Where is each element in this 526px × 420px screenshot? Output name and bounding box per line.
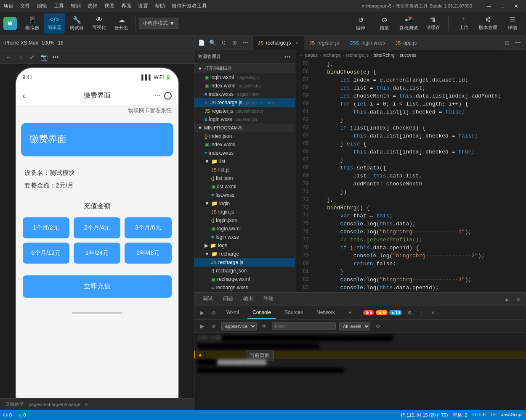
recharge-btn-1m[interactable]: 1个月/2元 <box>23 217 69 238</box>
code-area[interactable]: 55 },56 bindChoose(e) {57 let index = e.… <box>295 60 526 292</box>
menu-item-edit[interactable]: 编辑 <box>37 3 47 10</box>
menu-item-goto[interactable]: 转到 <box>71 3 81 10</box>
phone-home-btn[interactable]: ⌂ <box>15 52 25 62</box>
stop-btn[interactable]: ⊘ <box>210 309 218 317</box>
file-list-js[interactable]: JS list.js <box>194 166 295 174</box>
console-tab-output[interactable]: 输出 <box>238 293 258 306</box>
minimize-button[interactable]: ─ <box>482 0 496 12</box>
console-block-icon[interactable]: ⊘ <box>210 322 218 330</box>
open-file-index-wxml[interactable]: ▣ index.wxml pages\index <box>194 82 295 90</box>
file-tree-dots-btn[interactable]: ••• <box>241 38 250 47</box>
devtools-tab-console[interactable]: Console <box>247 307 276 319</box>
file-login-js[interactable]: JS login.js <box>194 208 295 216</box>
open-file-index-wxss[interactable]: ≡ index.wxss pages\index <box>194 90 295 98</box>
file-index-wxml[interactable]: ▣ index.wxml <box>194 140 295 149</box>
phone-nav-back[interactable]: ‹ <box>23 91 26 100</box>
open-editors-section[interactable]: ▼ 打开的编辑器 <box>194 63 295 73</box>
breadcrumb-pages[interactable]: pages <box>305 53 318 58</box>
console-up-btn[interactable]: ▲ <box>502 295 511 304</box>
phone-back-btn[interactable]: ← <box>3 52 13 62</box>
console-tab-problems[interactable]: 问题 <box>218 293 238 306</box>
file-list-wxml[interactable]: ▣ list.wxml <box>194 182 295 191</box>
folder-login[interactable]: ▼ 📁 login <box>194 199 295 208</box>
menu-item-wechat-devtools[interactable]: 微信开发者工具 <box>172 3 207 10</box>
version-button[interactable]: ⑆ 版本管理 <box>477 13 499 34</box>
recharge-btn-2m[interactable]: 2个月/4元 <box>74 217 120 238</box>
console-tab-terminal[interactable]: 终端 <box>258 293 279 306</box>
devtools-close-btn[interactable]: ✕ <box>429 309 437 317</box>
folder-recharge[interactable]: ▼ 📁 recharge <box>194 250 295 258</box>
file-list-json[interactable]: {} list.json <box>194 174 295 182</box>
recharge-btn-3m[interactable]: 3个月/6元 <box>125 217 171 238</box>
recharge-btn-6m[interactable]: 6个月/12元 <box>23 243 69 264</box>
file-recharge-wxml[interactable]: ▣ recharge.wxml <box>194 275 295 283</box>
phone-rotate-btn[interactable]: ⤢ <box>27 52 37 62</box>
more-tabs-btn[interactable]: ••• <box>513 38 523 47</box>
upload-button[interactable]: ↑ 上传 <box>454 13 474 34</box>
folder-list[interactable]: ▼ 📁 list <box>194 157 295 166</box>
split-editor-btn[interactable]: ⊡ <box>502 38 512 47</box>
phone-record-btn[interactable] <box>164 92 172 100</box>
menu-item-view[interactable]: 视图 <box>104 3 114 10</box>
phone-screenshot-btn[interactable]: 📷 <box>39 52 49 62</box>
context-select[interactable]: appservice <box>221 322 257 330</box>
breadcrumb-success[interactable]: success <box>400 53 417 58</box>
menu-item-settings[interactable]: 设置 <box>138 3 148 10</box>
breadcrumb-recharge-js[interactable]: recharge.js <box>346 53 369 58</box>
copy-path-btn[interactable]: ⎘ <box>85 402 88 407</box>
file-recharge-json[interactable]: {} recharge.json <box>194 267 295 275</box>
run-btn[interactable]: ▶ <box>198 309 206 317</box>
search-files-btn[interactable]: 🔍 <box>208 38 217 47</box>
menu-item-help[interactable]: 帮助 <box>155 3 165 10</box>
file-recharge-js[interactable]: JS recharge.js <box>194 258 295 267</box>
file-login-wxss[interactable]: ≡ login.wxss <box>194 233 295 241</box>
file-login-wxml[interactable]: ▣ login.wxml <box>194 225 295 233</box>
devtools-settings-btn[interactable]: ⚙ <box>405 309 414 317</box>
preview-button[interactable]: ⊙ 预览 <box>374 13 394 34</box>
phone-more-btn[interactable]: ••• <box>50 52 61 62</box>
breadcrumb-bindrchrg[interactable]: bindRchrg <box>374 53 395 58</box>
new-file-btn[interactable]: 📄 <box>197 38 206 47</box>
compile-button[interactable]: ↺ 编译 <box>351 13 371 34</box>
devtools-tab-sources[interactable]: Sources <box>279 307 308 319</box>
devtools-tab-more[interactable]: » <box>343 307 356 319</box>
menu-item-project[interactable]: 项目 <box>3 3 13 10</box>
menu-item-tools[interactable]: 工具 <box>54 3 64 10</box>
tab-login-wxss[interactable]: CSS login.wxss <box>344 36 390 50</box>
file-tree-menu-btn[interactable]: ••• <box>283 53 292 61</box>
file-tree-expand-btn[interactable]: ⊞ <box>230 38 239 47</box>
tab-app-js[interactable]: JS app.js <box>390 36 422 50</box>
file-index-wxss[interactable]: ≡ index.wxss <box>194 149 295 157</box>
console-run-icon[interactable]: ▶ <box>198 322 206 330</box>
visual-button[interactable]: 👁 可视化 <box>89 13 109 34</box>
menu-item-interface[interactable]: 界面 <box>121 3 131 10</box>
devtools-more-btn[interactable]: ⋮ <box>417 309 425 317</box>
source-control-btn[interactable]: ⑆ <box>219 38 228 47</box>
console-gear-btn[interactable]: ⚙ <box>374 322 382 330</box>
open-file-recharge-js[interactable]: ✕ JS recharge.js pages\recharge <box>194 98 295 107</box>
file-login-json[interactable]: {} login.json <box>194 216 295 225</box>
menu-item-select[interactable]: 选择 <box>88 3 98 10</box>
open-file-login-wxml[interactable]: ▣ login.wxml pages\login <box>194 73 295 82</box>
phone-nav-dots[interactable]: ··· <box>154 91 160 100</box>
cloud-button[interactable]: ☁ 云开发 <box>111 13 132 34</box>
real-debug-button[interactable]: 📲 真机调试 <box>398 13 420 34</box>
clean-button[interactable]: 🗑 清缓存 <box>423 13 443 34</box>
console-tab-debug[interactable]: 调试 <box>198 293 218 306</box>
open-file-login-wxss[interactable]: ≡ login.wxss pages\login <box>194 115 295 124</box>
console-filter-input[interactable] <box>272 322 336 330</box>
recharge-btn-2y[interactable]: 2年/48元 <box>125 243 171 264</box>
maximize-button[interactable]: □ <box>496 0 509 12</box>
folder-logs[interactable]: ▶ 📁 logs <box>194 241 295 250</box>
file-index-json[interactable]: {} index.json <box>194 132 295 140</box>
console-eye-btn[interactable]: 👁 <box>260 322 268 330</box>
menu-item-file[interactable]: 文件 <box>20 3 30 10</box>
open-file-register-js[interactable]: JS register.js pages\register <box>194 107 295 115</box>
tab-register-js[interactable]: JS register.js <box>304 36 344 50</box>
recharge-btn-1y[interactable]: 1年/24元 <box>74 243 120 264</box>
close-button[interactable]: ✕ <box>509 0 523 12</box>
breadcrumb-recharge-folder[interactable]: recharge <box>323 53 341 58</box>
file-list-wxss[interactable]: ≡ list.wxss <box>194 191 295 199</box>
devtools-tab-network[interactable]: Network <box>311 307 340 319</box>
tab-close-recharge[interactable]: ✕ <box>295 40 299 46</box>
